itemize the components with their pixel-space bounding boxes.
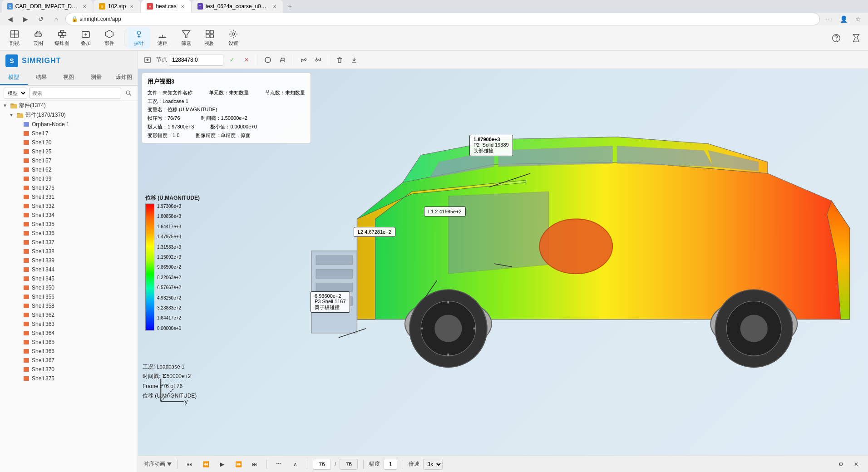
tab-close-car[interactable]: ✕	[82, 3, 87, 10]
tree-item-shell364[interactable]: ▶ Shell 364	[0, 329, 138, 338]
collect-button[interactable]	[848, 30, 864, 46]
tab-close-stp[interactable]: ✕	[128, 3, 135, 10]
step-forward-button[interactable]: ⏩	[232, 458, 245, 471]
tree-item-shell7[interactable]: ▶ Shell 7	[0, 129, 138, 138]
load-info-line4: 位移 (U.MAGNITUDE)	[143, 391, 197, 401]
tree-item-shell345[interactable]: ▶ Shell 345	[0, 274, 138, 283]
play-button[interactable]: ▶	[216, 458, 228, 471]
toolbar-cloud-label: 云图	[33, 40, 43, 47]
tree-item-shell62[interactable]: ▶ Shell 62	[0, 165, 138, 174]
jump-start-button[interactable]: ⏮	[183, 458, 196, 471]
toolbar-cut[interactable]: 剖视	[4, 27, 25, 49]
toolbar-measure[interactable]: 测距	[152, 27, 173, 49]
tree-item-shell99[interactable]: ▶ Shell 99	[0, 174, 138, 183]
toolbar-explode[interactable]: 爆炸图	[51, 27, 73, 49]
link-button[interactable]	[298, 54, 310, 66]
nav-tab-view[interactable]: 视图	[55, 71, 83, 85]
tree-item-shell20[interactable]: ▶ Shell 20	[0, 138, 138, 147]
wave2-button[interactable]: ∧	[289, 458, 301, 471]
tree-item-shell356[interactable]: ▶ Shell 356	[0, 292, 138, 301]
tree-item-parts-root[interactable]: ▼ 部件(1374)	[0, 101, 138, 110]
confirm-button[interactable]: ✓	[226, 54, 238, 66]
tree-expand-parts-root[interactable]: ▼	[2, 103, 8, 109]
tree-label-shell331: Shell 331	[32, 194, 54, 200]
star-button[interactable]: ☆	[852, 13, 864, 25]
tree-label-shell362: Shell 362	[32, 312, 54, 318]
jump-end-button[interactable]: ⏭	[248, 458, 261, 471]
settings-gear-button[interactable]: ⚙	[834, 458, 847, 471]
tree-item-shell350[interactable]: ▶ Shell 350	[0, 283, 138, 292]
model-select[interactable]: 模型	[4, 88, 27, 98]
tree-item-shell332[interactable]: ▶ Shell 332	[0, 202, 138, 211]
tab-car[interactable]: C CAR_ODB_IMPACT_D3PLOT... ✕	[2, 0, 93, 13]
tree-item-shell336[interactable]: ▶ Shell 336	[0, 229, 138, 238]
reload-button[interactable]: ↺	[35, 13, 47, 25]
help-button[interactable]	[828, 30, 844, 46]
new-tab-button[interactable]: +	[284, 0, 296, 13]
nav-tab-model[interactable]: 模型	[0, 71, 28, 85]
tab-close-heat[interactable]: ✕	[179, 3, 186, 10]
tab-test[interactable]: T test_0624a_coarse_u001_v0... ✕	[192, 0, 283, 13]
viewport-canvas[interactable]: z y 用户视图3 文件：未知文件名称 单元数：未知数量 节点数：未知数量 工况…	[138, 69, 868, 456]
tree-item-shell365[interactable]: ▶ Shell 365	[0, 338, 138, 347]
tree-item-shell331[interactable]: ▶ Shell 331	[0, 192, 138, 202]
nav-tab-measure[interactable]: 测量	[83, 71, 110, 85]
unlink-button[interactable]	[312, 54, 324, 66]
toolbar-filter[interactable]: 筛选	[175, 27, 197, 49]
tree-item-shell370[interactable]: ▶ Shell 370	[0, 365, 138, 374]
tree-item-shell344[interactable]: ▶ Shell 344	[0, 265, 138, 274]
tree-item-orphan[interactable]: ▶ Orphan-Node 1	[0, 120, 138, 129]
tree-item-shell57[interactable]: ▶ Shell 57	[0, 156, 138, 165]
tree-item-shell335[interactable]: ▶ Shell 335	[0, 220, 138, 229]
tree-item-shell334[interactable]: ▶ Shell 334	[0, 211, 138, 220]
tree-item-shell339[interactable]: ▶ Shell 339	[0, 256, 138, 265]
toolbar-view[interactable]: 视图	[199, 27, 221, 49]
download-button[interactable]	[348, 54, 360, 66]
toolbar-parts[interactable]: 部件	[99, 27, 120, 49]
nav-tab-result[interactable]: 结果	[28, 71, 55, 85]
tree-item-parts-sub[interactable]: ▼ 部件(1370/1370)	[0, 110, 138, 120]
toolbar-settings[interactable]: 设置	[222, 27, 244, 49]
tree-item-shell362[interactable]: ▶ Shell 362	[0, 310, 138, 320]
probe-circle-button[interactable]	[262, 54, 274, 66]
tab-stp[interactable]: S 102.stp ✕	[94, 0, 140, 13]
tree-item-shell337[interactable]: ▶ Shell 337	[0, 238, 138, 247]
probe-pen-button[interactable]	[276, 54, 288, 66]
toolbar-probe[interactable]: 探针	[128, 27, 150, 49]
home-button[interactable]: ⌂	[50, 13, 63, 25]
width-input[interactable]	[384, 459, 397, 470]
tree-item-shell338[interactable]: ▶ Shell 338	[0, 247, 138, 256]
tree-item-shell276[interactable]: ▶ Shell 276	[0, 183, 138, 192]
close-animation-button[interactable]: ✕	[850, 458, 863, 471]
tree-item-shell25[interactable]: ▶ Shell 25	[0, 147, 138, 156]
add-view-button[interactable]	[142, 54, 153, 66]
tree-expand-parts-sub[interactable]: ▼	[8, 112, 15, 118]
step-back-button[interactable]: ⏪	[199, 458, 212, 471]
tree-item-shell358[interactable]: ▶ Shell 358	[0, 301, 138, 310]
tree-item-shell363[interactable]: ▶ Shell 363	[0, 320, 138, 329]
node-input[interactable]	[169, 54, 223, 66]
tab-close-test[interactable]: ✕	[272, 3, 277, 10]
search-input[interactable]	[29, 88, 121, 98]
wave-button[interactable]: 〜	[272, 458, 285, 471]
tree-item-shell367[interactable]: ▶ Shell 367	[0, 356, 138, 365]
profile-button[interactable]: 👤	[837, 13, 850, 25]
address-bar[interactable]: 🔒 simright.com/app	[65, 13, 820, 25]
search-button[interactable]	[123, 88, 134, 98]
back-button[interactable]: ◀	[4, 13, 16, 25]
tree-label-shell7: Shell 7	[32, 130, 49, 137]
nav-tab-explode[interactable]: 爆炸图	[110, 71, 138, 85]
toolbar-cloud[interactable]: 云图	[27, 27, 49, 49]
tab-heat[interactable]: H heat.cas ✕	[141, 0, 191, 13]
forward-button[interactable]: ▶	[19, 13, 32, 25]
speed-select[interactable]: 1x 2x 3x 4x 5x	[423, 459, 443, 470]
extensions-button[interactable]: ⋯	[823, 13, 835, 25]
tree-item-shell375[interactable]: ▶ Shell 375	[0, 374, 138, 383]
delete-button[interactable]	[334, 54, 345, 66]
cancel-input-button[interactable]: ✕	[241, 54, 252, 66]
legend-val-3: 1.47975e+3	[157, 234, 181, 239]
toolbar-add[interactable]: 叠加	[75, 27, 97, 49]
item-icon-shell350	[23, 284, 30, 291]
frame-current-input[interactable]	[313, 459, 331, 470]
tree-item-shell366[interactable]: ▶ Shell 366	[0, 347, 138, 356]
